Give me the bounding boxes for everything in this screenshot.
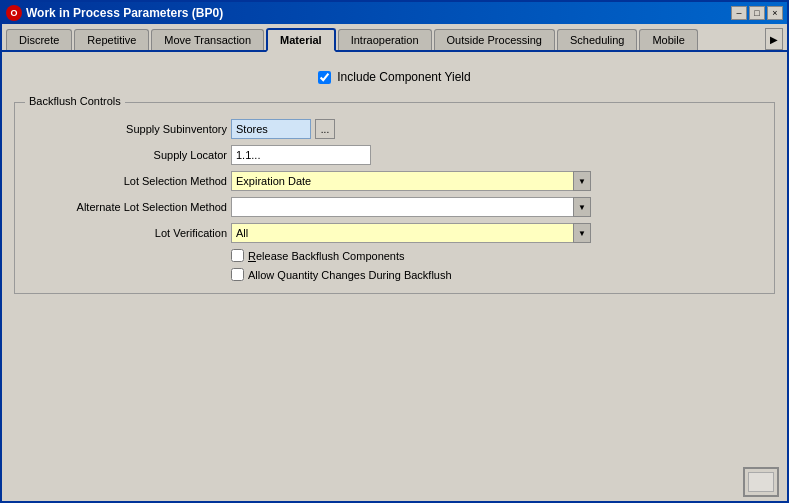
tab-discrete[interactable]: Discrete [6, 29, 72, 50]
bottom-right-area [2, 463, 787, 501]
supply-subinventory-ellipsis[interactable]: ... [315, 119, 335, 139]
tab-bar: Discrete Repetitive Move Transaction Mat… [2, 24, 787, 52]
supply-locator-label: Supply Locator [27, 149, 227, 161]
backflush-controls-group: Backflush Controls Supply Subinventory .… [14, 102, 775, 294]
lot-verification-row: Lot Verification All None ▼ [27, 223, 762, 243]
restore-button[interactable]: □ [749, 6, 765, 20]
release-backflush-row: Release Backflush Components [231, 249, 762, 262]
allow-quantity-label: Allow Quantity Changes During Backflush [248, 269, 452, 281]
tab-repetitive[interactable]: Repetitive [74, 29, 149, 50]
main-window: O Work in Process Parameters (BP0) – □ ×… [0, 0, 789, 503]
supply-locator-input[interactable] [231, 145, 371, 165]
tab-scroll-arrow[interactable]: ▶ [765, 28, 783, 50]
lot-verification-label: Lot Verification [27, 227, 227, 239]
window-title: Work in Process Parameters (BP0) [26, 6, 223, 20]
include-component-yield-label: Include Component Yield [337, 70, 470, 84]
lot-verification-wrapper: All None ▼ [231, 223, 591, 243]
window-controls: – □ × [731, 6, 783, 20]
lot-selection-method-wrapper: Expiration Date Receipt Date Manual ▼ [231, 171, 591, 191]
lot-selection-method-arrow[interactable]: ▼ [573, 171, 591, 191]
stack-button[interactable] [743, 467, 779, 497]
lot-selection-method-row: Lot Selection Method Expiration Date Rec… [27, 171, 762, 191]
minimize-button[interactable]: – [731, 6, 747, 20]
tab-outside-processing[interactable]: Outside Processing [434, 29, 555, 50]
release-backflush-checkbox[interactable] [231, 249, 244, 262]
form-rows: Supply Subinventory ... Supply Locator L… [27, 119, 762, 281]
include-component-yield-checkbox[interactable] [318, 71, 331, 84]
title-bar-left: O Work in Process Parameters (BP0) [6, 5, 223, 21]
allow-quantity-row: Allow Quantity Changes During Backflush [231, 268, 762, 281]
alternate-lot-selection-row: Alternate Lot Selection Method ▼ [27, 197, 762, 217]
supply-locator-row: Supply Locator [27, 145, 762, 165]
supply-subinventory-row: Supply Subinventory ... [27, 119, 762, 139]
alternate-lot-selection-select[interactable] [231, 197, 591, 217]
tab-material[interactable]: Material [266, 28, 336, 52]
alternate-lot-selection-arrow[interactable]: ▼ [573, 197, 591, 217]
tab-intraoperation[interactable]: Intraoperation [338, 29, 432, 50]
alternate-lot-selection-label: Alternate Lot Selection Method [27, 201, 227, 213]
supply-subinventory-input[interactable] [231, 119, 311, 139]
tab-scheduling[interactable]: Scheduling [557, 29, 637, 50]
lot-selection-method-select[interactable]: Expiration Date Receipt Date Manual [231, 171, 591, 191]
lot-selection-method-label: Lot Selection Method [27, 175, 227, 187]
tab-mobile[interactable]: Mobile [639, 29, 697, 50]
include-component-yield-row: Include Component Yield [14, 64, 775, 90]
supply-subinventory-label: Supply Subinventory [27, 123, 227, 135]
release-backflush-label: Release Backflush Components [248, 250, 405, 262]
allow-quantity-checkbox[interactable] [231, 268, 244, 281]
lot-verification-arrow[interactable]: ▼ [573, 223, 591, 243]
lot-verification-select[interactable]: All None [231, 223, 591, 243]
alternate-lot-selection-wrapper: ▼ [231, 197, 591, 217]
tab-move-transaction[interactable]: Move Transaction [151, 29, 264, 50]
close-button[interactable]: × [767, 6, 783, 20]
app-icon: O [6, 5, 22, 21]
group-box-title: Backflush Controls [25, 95, 125, 107]
title-bar: O Work in Process Parameters (BP0) – □ × [2, 2, 787, 24]
content-area: Include Component Yield Backflush Contro… [2, 52, 787, 463]
